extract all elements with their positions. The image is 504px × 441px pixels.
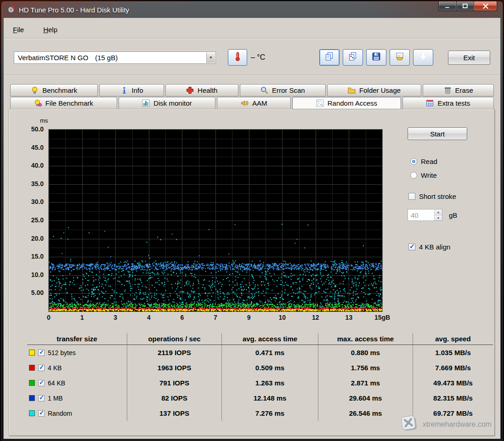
- avg-access-value: 7.276 ms: [222, 406, 318, 421]
- tab-label: Disk monitor: [153, 99, 192, 107]
- y-tick-label: 30.0: [31, 198, 44, 205]
- tab-aam[interactable]: AAM: [217, 97, 291, 109]
- copy-text-button[interactable]: [319, 49, 340, 66]
- y-axis-unit-label: ms: [40, 117, 48, 124]
- tab-folder-usage[interactable]: Folder Usage: [327, 84, 422, 96]
- max-access-value: 2.871 ms: [318, 375, 413, 390]
- tab-health[interactable]: Health: [165, 84, 238, 96]
- y-axis: 50.045.040.035.030.025.020.015.010.05.00: [18, 129, 46, 311]
- column-header-max-access: max. access time: [318, 333, 413, 345]
- save-button[interactable]: [366, 49, 386, 66]
- radio-indicator[interactable]: [410, 158, 417, 165]
- max-access-value: 29.604 ms: [318, 390, 413, 406]
- x-tick-label: 13: [345, 314, 353, 321]
- extra-tests-icon: [426, 99, 434, 107]
- read-radio[interactable]: Read: [410, 158, 437, 165]
- y-tick-label: 35.0: [31, 180, 44, 187]
- row-checkbox[interactable]: [38, 380, 45, 386]
- menubar-divider: [4, 38, 500, 39]
- tab-label: Benchmark: [42, 86, 77, 94]
- desktop: HD Tune Pro 5.00 - Hard Disk Utility Fil…: [0, 0, 504, 441]
- spinner-buttons[interactable]: ▲ ▼: [434, 209, 442, 220]
- drive-select[interactable]: VerbatimSTORE N GO (15 gB) ▼: [14, 51, 216, 64]
- temperature-button[interactable]: [228, 49, 247, 66]
- thermometer-icon: [233, 51, 242, 63]
- y-tick-label: 10.0: [31, 271, 44, 278]
- series-color-swatch: [29, 365, 35, 371]
- tab-label: File Benchmark: [45, 99, 93, 107]
- write-radio[interactable]: Write: [410, 171, 437, 179]
- down-arrow-icon: [419, 52, 428, 63]
- row-label: 512 bytes: [48, 349, 76, 356]
- exit-button[interactable]: Exit: [448, 51, 490, 65]
- short-stroke-size-input[interactable]: [408, 209, 434, 220]
- toolbar: VerbatimSTORE N GO (15 gB) ▼ – °C: [4, 40, 500, 75]
- download-button[interactable]: [413, 49, 433, 66]
- info-icon: [120, 86, 128, 94]
- radio-indicator[interactable]: [410, 172, 417, 179]
- access-time-scatter-chart: [48, 129, 383, 312]
- tab-info[interactable]: Info: [99, 84, 164, 96]
- maximize-button[interactable]: [457, 1, 474, 11]
- results-table: transfer size operations / sec avg. acce…: [27, 333, 493, 421]
- benchmark-icon: [31, 86, 39, 94]
- x-axis: 013467910121315gB: [49, 314, 383, 323]
- close-button[interactable]: [474, 1, 497, 11]
- titlebar[interactable]: HD Tune Pro 5.00 - Hard Disk Utility: [1, 1, 503, 18]
- y-tick-label: 20.0: [31, 235, 44, 242]
- column-header-avg-speed: avg. speed: [413, 333, 493, 345]
- table-row: 64 KB 791 IOPS 1.263 ms 2.871 ms 49.473 …: [27, 375, 493, 390]
- row-label: 64 KB: [48, 379, 65, 387]
- disk-monitor-icon: [142, 99, 150, 107]
- client-area: File Help VerbatimSTORE N GO (15 gB) ▼ –…: [4, 18, 500, 439]
- avg-access-value: 12.148 ms: [222, 390, 318, 406]
- minimize-button[interactable]: [438, 1, 457, 11]
- row-checkbox[interactable]: [38, 365, 45, 371]
- tab-erase[interactable]: Erase: [423, 84, 494, 96]
- tab-label: Extra tests: [437, 99, 470, 107]
- spin-up-icon[interactable]: ▲: [435, 209, 442, 215]
- drive-name: VerbatimSTORE N GO: [18, 54, 95, 62]
- spin-down-icon[interactable]: ▼: [435, 215, 442, 221]
- start-button[interactable]: Start: [408, 127, 467, 140]
- drive-size: (15 gB): [95, 54, 118, 62]
- tab-disk-monitor[interactable]: Disk monitor: [119, 97, 216, 109]
- tab-error-scan[interactable]: Error Scan: [240, 84, 326, 96]
- chevron-down-icon[interactable]: ▼: [206, 52, 215, 63]
- short-stroke-size-spinner[interactable]: ▲ ▼: [408, 209, 442, 221]
- short-stroke-unit-label: gB: [449, 211, 457, 219]
- tab-random-access[interactable]: Random Access: [292, 97, 401, 109]
- y-tick-label: 25.0: [31, 216, 44, 224]
- series-color-swatch: [29, 410, 35, 416]
- erase-icon: [444, 86, 452, 94]
- tab-benchmark[interactable]: Benchmark: [10, 84, 98, 96]
- column-header-operations: operations / sec: [127, 333, 222, 345]
- avg-speed-value: 7.669 MB/s: [413, 360, 493, 375]
- tab-extra-tests[interactable]: Extra tests: [402, 97, 494, 109]
- save-icon: [372, 52, 381, 63]
- menu-file[interactable]: File: [10, 24, 27, 35]
- random-access-icon: [316, 99, 324, 107]
- checkbox-indicator[interactable]: [408, 193, 415, 200]
- row-label: 4 KB: [48, 364, 62, 372]
- row-checkbox[interactable]: [38, 395, 45, 401]
- table-row: 4 KB 1963 IOPS 0.509 ms 1.756 ms 7.669 M…: [27, 360, 493, 375]
- copy-image-button[interactable]: [343, 49, 363, 66]
- toolbar-divider: [4, 75, 500, 76]
- x-tick-label: 4: [147, 314, 151, 321]
- tab-label: Folder Usage: [359, 86, 401, 94]
- row-checkbox[interactable]: [38, 350, 45, 356]
- row-checkbox[interactable]: [38, 410, 45, 417]
- align-checkbox[interactable]: 4 KB align: [408, 243, 450, 251]
- x-tick-label: 12: [312, 314, 319, 321]
- table-row: 1 MB 82 IOPS 12.148 ms 29.604 ms 82.315 …: [27, 390, 493, 406]
- checkbox-indicator[interactable]: [408, 243, 415, 250]
- options-button[interactable]: [390, 49, 410, 66]
- short-stroke-checkbox[interactable]: Short stroke: [408, 192, 456, 200]
- tab-strip: Benchmark Info Health Error Scan: [10, 84, 494, 109]
- tab-file-benchmark[interactable]: File Benchmark: [10, 97, 117, 109]
- aam-speaker-icon: [241, 99, 249, 107]
- x-tick-label: 15gB: [374, 314, 390, 321]
- menu-help[interactable]: Help: [40, 24, 60, 35]
- x-tick-label: 10: [278, 314, 286, 321]
